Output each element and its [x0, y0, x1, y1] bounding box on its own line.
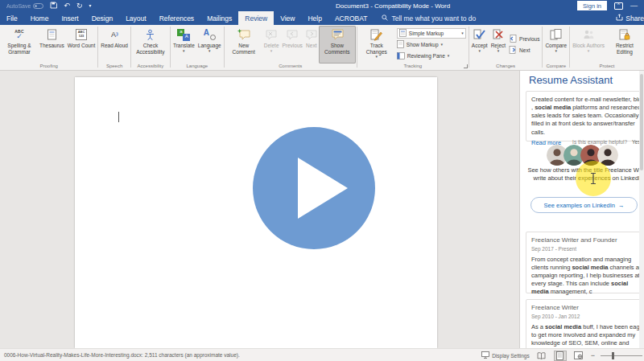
pane-title: Resume Assistant: [529, 74, 613, 86]
ribbon-group-language: aA Translate ▾ A Language ▾ Language: [171, 25, 224, 70]
track-changes-button[interactable]: Track Changes ▾: [358, 26, 395, 64]
tell-me-label: Tell me what you want to do: [391, 14, 476, 23]
track-changes-icon: [370, 27, 382, 42]
new-comment-button[interactable]: New Comment: [225, 26, 262, 64]
share-button[interactable]: Share: [613, 11, 644, 25]
word-count-button[interactable]: ABC123 Word Count: [66, 26, 97, 64]
see-examples-button[interactable]: See examples on LinkedIn →: [530, 197, 638, 213]
restrict-editing-icon: [619, 27, 630, 42]
display-settings-button[interactable]: Display Settings: [481, 351, 530, 359]
share-icon: [616, 14, 623, 23]
show-comments-button[interactable]: Show Comments: [319, 26, 356, 64]
text-cursor: [118, 112, 119, 122]
thesaurus-button[interactable]: Thesaurus: [38, 26, 66, 64]
ribbon-group-comments: New Comment Delete ▾ Previous: [225, 25, 357, 70]
delete-comment-icon: [266, 27, 277, 42]
tell-me-box[interactable]: Tell me what you want to do: [374, 11, 484, 25]
reviewing-pane-icon: [397, 52, 405, 60]
next-comment-icon: [306, 27, 317, 42]
ribbon-group-compare: Compare ▾ Compare: [543, 25, 569, 70]
zoom-slider[interactable]: [601, 355, 642, 356]
share-label: Share: [625, 14, 644, 23]
ribbon-display-options-icon[interactable]: [614, 2, 623, 10]
check-accessibility-icon: [145, 27, 155, 42]
translate-button[interactable]: aA Translate ▾: [171, 26, 196, 64]
sign-in-button[interactable]: Sign in: [577, 1, 607, 10]
ribbon-review: ABC✓ Spelling & Grammar Thesaurus ABC123…: [0, 25, 644, 71]
status-text: 0006-How-Virtual-Reality-Makes-Life-More…: [0, 352, 240, 358]
restrict-editing-button[interactable]: Restrict Editing: [606, 26, 643, 64]
undo-icon[interactable]: ↶: [64, 2, 70, 10]
ribbon-tabs: File Home Insert Design Layout Reference…: [0, 11, 644, 25]
document-area: Resume Assistant Created content for e-m…: [0, 71, 644, 348]
tab-design[interactable]: Design: [85, 11, 119, 25]
tab-insert[interactable]: Insert: [55, 11, 85, 25]
pane-scrollbar[interactable]: [639, 71, 644, 348]
zoom-out-button[interactable]: −: [591, 351, 595, 359]
example-card-3: Freelance Writer Sep 2010 - Jan 2012 As …: [526, 299, 644, 348]
save-icon[interactable]: [50, 2, 57, 10]
avatar: [597, 145, 618, 166]
show-markup-icon: [397, 40, 404, 49]
previous-change-icon: [509, 35, 517, 43]
linkedin-avatars: [524, 145, 641, 166]
read-aloud-button[interactable]: A)) Read Aloud: [99, 26, 130, 64]
zoom-slider-thumb[interactable]: [612, 352, 614, 359]
language-button[interactable]: A Language ▾: [196, 26, 223, 64]
tab-view[interactable]: View: [274, 11, 301, 25]
example-card-2: Freelance Writer and Founder Sep 2017 - …: [526, 232, 644, 293]
accept-button[interactable]: Accept ▾: [470, 26, 489, 64]
display-for-review-select[interactable]: Simple Markup ▾: [397, 28, 466, 39]
show-markup-button[interactable]: Show Markup ▾: [397, 39, 466, 50]
minimize-icon[interactable]: —: [630, 2, 638, 10]
next-change-button[interactable]: Next: [509, 45, 539, 55]
block-authors-icon: [583, 27, 595, 42]
reviewing-pane-button[interactable]: Reviewing Pane ▾: [397, 51, 466, 61]
tab-acrobat[interactable]: ACROBAT: [328, 11, 374, 25]
tab-references[interactable]: References: [153, 11, 200, 25]
tab-mailings[interactable]: Mailings: [200, 11, 238, 25]
tab-home[interactable]: Home: [24, 11, 56, 25]
window-title: Document3 - Compatibility Mode - Word: [336, 0, 450, 11]
spelling-grammar-button[interactable]: ABC✓ Spelling & Grammar: [1, 26, 38, 64]
show-comments-icon: [331, 27, 344, 42]
autosave-pill-icon: [33, 3, 43, 9]
video-play-button[interactable]: [251, 125, 377, 251]
ribbon-group-changes: Accept ▾ Reject ▾ Previous: [469, 25, 543, 70]
display-settings-icon: [481, 351, 489, 359]
status-bar: 0006-How-Virtual-Reality-Makes-Life-More…: [0, 348, 644, 361]
check-accessibility-button[interactable]: Check Accessibility: [132, 26, 169, 64]
delete-comment-button: Delete ▾: [262, 26, 281, 64]
previous-comment-icon: [287, 27, 298, 42]
reject-icon: [493, 27, 504, 42]
block-authors-button: Block Authors ▾: [571, 26, 606, 64]
compare-icon: [550, 27, 562, 42]
redo-icon[interactable]: ↻: [76, 2, 83, 10]
previous-comment-button: Previous: [281, 26, 304, 64]
previous-change-button[interactable]: Previous: [509, 34, 539, 44]
pane-scrollbar-thumb[interactable]: [640, 74, 643, 170]
reject-button[interactable]: Reject ▾: [489, 26, 507, 64]
tab-review[interactable]: Review: [238, 11, 274, 25]
search-icon: [382, 14, 388, 23]
web-layout-button[interactable]: [572, 351, 585, 361]
autosave-label: AutoSave: [6, 3, 31, 9]
translate-icon: aA: [177, 27, 190, 42]
tab-layout[interactable]: Layout: [119, 11, 153, 25]
tab-file[interactable]: File: [0, 11, 24, 25]
compare-button[interactable]: Compare ▾: [543, 26, 568, 64]
print-layout-button[interactable]: [554, 351, 567, 361]
autosave-toggle[interactable]: AutoSave: [6, 3, 43, 9]
word-count-icon: ABC123: [76, 27, 88, 42]
quick-access-toolbar: AutoSave ↶ ↻ ▾: [0, 2, 91, 10]
ribbon-group-protect: Block Authors ▾ Restrict Editing Protect: [570, 25, 644, 70]
ribbon-group-tracking: Track Changes ▾ Simple Markup ▾: [357, 25, 469, 70]
arrow-right-icon: →: [618, 202, 625, 209]
tab-help[interactable]: Help: [301, 11, 328, 25]
customize-qat-icon[interactable]: ▾: [89, 3, 91, 8]
simple-markup-icon: [399, 29, 407, 38]
ribbon-group-proofing: ABC✓ Spelling & Grammar Thesaurus ABC123…: [0, 25, 97, 70]
tracking-dialog-launcher-icon[interactable]: [464, 64, 468, 68]
read-mode-button[interactable]: [535, 351, 548, 361]
resume-assistant-pane: Resume Assistant Created content for e-m…: [519, 71, 644, 348]
